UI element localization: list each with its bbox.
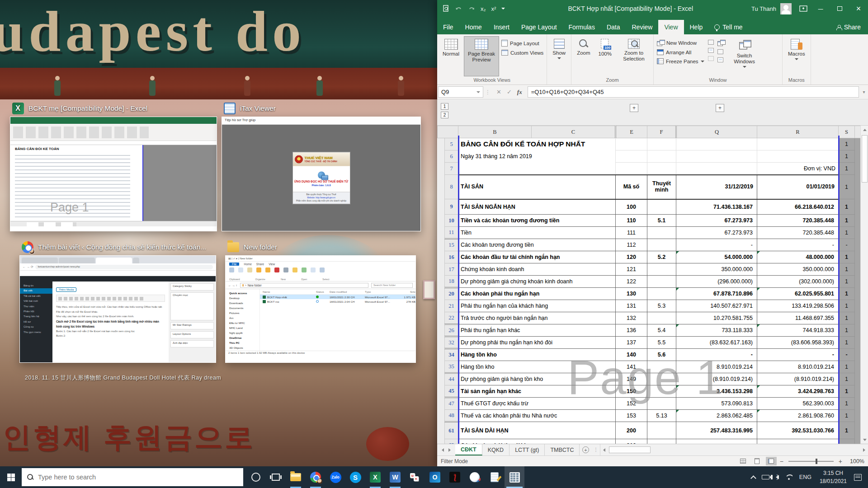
cell-value-2[interactable]: 720.385.448 bbox=[757, 227, 839, 239]
cell-label[interactable]: Thuế và các khoản phải thu Nhà nước bbox=[458, 410, 616, 422]
chrome-button[interactable] bbox=[306, 466, 326, 488]
cancel-icon[interactable]: ✕ bbox=[496, 89, 501, 95]
cell-outside[interactable]: 1 bbox=[839, 324, 855, 337]
cell-label[interactable]: Dự phòng giảm giá chứng khoán kinh doanh bbox=[458, 276, 616, 288]
view-side-by-side-button[interactable] bbox=[716, 39, 726, 47]
row-header-17[interactable]: 17 bbox=[445, 263, 458, 276]
cell[interactable] bbox=[647, 138, 676, 150]
preview-body-itax[interactable]: Tệp hồ sơ Trợ giúp THUẾ VIỆT NAM TỔNG CỤ… bbox=[222, 117, 421, 231]
unikey-button[interactable] bbox=[405, 466, 425, 488]
column-header-C[interactable]: C bbox=[532, 126, 616, 138]
scroll-left-icon[interactable] bbox=[600, 444, 608, 455]
column-header-B[interactable]: B bbox=[458, 126, 532, 138]
row-header-11[interactable]: 11 bbox=[445, 227, 458, 239]
cell-value-1[interactable]: 67.273.973 bbox=[676, 215, 757, 227]
cell-note[interactable] bbox=[647, 263, 676, 276]
row-header-7[interactable]: 7 bbox=[445, 163, 458, 175]
tab-file[interactable]: File bbox=[437, 20, 459, 34]
cell-label[interactable]: TÀI SẢN DÀI HẠN bbox=[458, 422, 616, 439]
cell-value-2[interactable]: 2.861.908.760 bbox=[757, 410, 839, 422]
cell-code[interactable]: 200 bbox=[616, 422, 647, 439]
column-header-Q[interactable]: Q bbox=[676, 126, 757, 138]
cell-value-1[interactable]: 31/12/2019 bbox=[676, 175, 757, 199]
cell-code[interactable]: 122 bbox=[616, 276, 647, 288]
account-area[interactable]: Tu Thanh bbox=[751, 3, 811, 14]
preview-body-explorer[interactable]: ▤ | ✓ ▸ | New folder File Home Share Vie… bbox=[225, 255, 416, 363]
wifi-icon[interactable] bbox=[782, 466, 796, 488]
redo-icon[interactable] bbox=[468, 5, 475, 12]
window-preview-bckt-me[interactable]: BCKT mẹ [Compatibility Mode] - Excel BẢN… bbox=[10, 100, 217, 231]
cell-label[interactable]: BẢNG CÂN ĐỐI KẾ TOÁN HỢP NHẤT bbox=[458, 138, 616, 150]
row-header-45[interactable]: 45 bbox=[445, 385, 458, 398]
language-indicator[interactable]: ENG bbox=[796, 474, 815, 480]
window-preview-itax-viewer[interactable]: iTax Viewer Tệp hồ sơ Trợ giúp THUẾ VIỆT… bbox=[222, 100, 421, 231]
cell-outside[interactable]: 1 bbox=[839, 263, 855, 276]
cell-note[interactable]: 5.3 bbox=[647, 300, 676, 312]
cell-outside[interactable]: 1 bbox=[839, 422, 855, 439]
row-header-15[interactable]: 15 bbox=[445, 239, 458, 251]
cell-note[interactable]: Thuyếtminh bbox=[647, 175, 676, 199]
macros-button[interactable]: Macros bbox=[784, 36, 809, 76]
scroll-up-icon[interactable] bbox=[861, 126, 868, 134]
cell-note[interactable]: 5.1 bbox=[647, 215, 676, 227]
cell-code[interactable]: 110 bbox=[616, 215, 647, 227]
minimize-button[interactable]: ─ bbox=[811, 0, 830, 17]
cell-outside[interactable]: 1 bbox=[839, 337, 855, 349]
cell-value-1[interactable]: 733.118.333 bbox=[676, 324, 757, 337]
volume-icon[interactable] bbox=[773, 466, 782, 488]
start-button[interactable] bbox=[0, 466, 22, 488]
excel-button[interactable]: X bbox=[365, 466, 385, 488]
cell-note[interactable] bbox=[647, 439, 676, 444]
cell-value-2[interactable]: 562.390.003 bbox=[757, 398, 839, 410]
outline-level-1-button[interactable]: 1 bbox=[441, 103, 448, 110]
cell-note[interactable] bbox=[647, 227, 676, 239]
qat-customize-icon[interactable] bbox=[501, 8, 505, 9]
preview-body-excel[interactable]: BẢNG CÂN ĐỐI KẾ TOÁN Page 1 bbox=[10, 117, 217, 231]
sheet-tab-cdkt[interactable]: CĐKT bbox=[455, 444, 482, 455]
cell-note[interactable]: 5.5 bbox=[647, 337, 676, 349]
spreadsheet-app-button[interactable] bbox=[505, 466, 524, 488]
cell-value-1[interactable]: 67.273.973 bbox=[676, 227, 757, 239]
cell-value-2[interactable]: 744.918.333 bbox=[757, 324, 839, 337]
row-header-35[interactable]: 35 bbox=[445, 361, 458, 373]
cell-code[interactable]: 100 bbox=[616, 199, 647, 215]
cell-value-1[interactable]: (296.000.000) bbox=[676, 276, 757, 288]
cell-value-2[interactable]: (302.000.000) bbox=[757, 276, 839, 288]
cell-outside[interactable]: 1 bbox=[839, 288, 855, 300]
excel-title-bar[interactable]: x₂ x² BCKT Hợp nhất [Compatibility Mode]… bbox=[437, 0, 868, 17]
cell-label[interactable]: Các khoản phải thu dài hạn bbox=[458, 439, 616, 444]
cell-code[interactable]: 210 bbox=[616, 439, 647, 444]
cell-value-1[interactable]: (83.632.617.163) bbox=[676, 337, 757, 349]
column-header-S[interactable]: S bbox=[839, 126, 855, 138]
show-button[interactable]: Show bbox=[549, 36, 569, 76]
cell-value-1[interactable]: 350.000.000 bbox=[676, 263, 757, 276]
cell-label[interactable]: Các khoản tương đương tiền bbox=[458, 239, 616, 251]
cell-outside[interactable]: - bbox=[839, 239, 855, 251]
cell-outside[interactable]: 1 bbox=[839, 251, 855, 263]
cell-label[interactable]: TÀI SẢN NGẮN HẠN bbox=[458, 199, 616, 215]
cell-code[interactable]: 130 bbox=[616, 288, 647, 300]
cell-outside[interactable]: 1 bbox=[839, 163, 855, 175]
preview-body-chrome[interactable]: ← → ⟳ ketoantum/wp-admin/post-new.php Bả… bbox=[19, 255, 216, 363]
cell-value-2[interactable]: 720.385.448 bbox=[757, 215, 839, 227]
column-header-R[interactable]: R bbox=[757, 126, 839, 138]
custom-views-button[interactable]: Custom Views bbox=[500, 49, 545, 56]
formula-input[interactable]: =Q10+Q16+Q20+Q34+Q45 bbox=[528, 86, 859, 98]
cell-outside[interactable]: 1 bbox=[839, 361, 855, 373]
normal-view-button[interactable]: Normal bbox=[439, 36, 463, 76]
cell-value-1[interactable]: 2.863.062.485 bbox=[676, 410, 757, 422]
row-header-6[interactable]: 6 bbox=[445, 150, 458, 163]
cell[interactable] bbox=[616, 150, 647, 163]
horizontal-scroll-thumb[interactable] bbox=[609, 446, 651, 453]
window-preview-new-folder[interactable]: New folder ▤ | ✓ ▸ | New folder File Hom… bbox=[225, 239, 416, 363]
subscript-button[interactable]: x₂ bbox=[481, 5, 486, 12]
cell-value-2[interactable]: 62.025.955.801 bbox=[757, 288, 839, 300]
share-button[interactable]: Share bbox=[829, 20, 868, 34]
unit-label[interactable]: Đơn vị: VND bbox=[757, 163, 839, 175]
cell-outside[interactable]: - bbox=[839, 439, 855, 444]
cell-outside[interactable]: 1 bbox=[839, 410, 855, 422]
cell-label[interactable]: Trả trước cho người bán ngắn hạn bbox=[458, 312, 616, 324]
tab-insert[interactable]: Insert bbox=[488, 20, 515, 34]
cell-value-2[interactable]: (83.606.958.393) bbox=[757, 337, 839, 349]
cell-value-1[interactable]: - bbox=[676, 239, 757, 251]
